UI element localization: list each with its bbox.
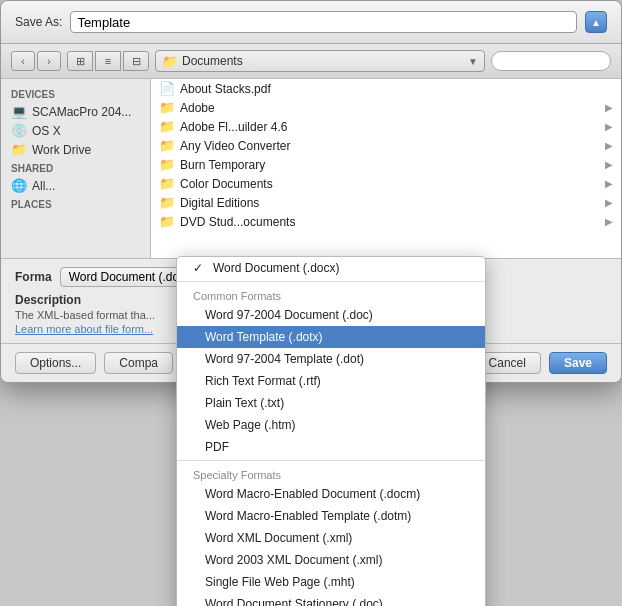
menu-item-label: Word Document (.docx) [213,261,340,275]
dropdown-arrow: ▼ [468,56,478,67]
list-item[interactable]: 📁 Any Video Converter ▶ [151,136,621,155]
sidebar: DEVICES 💻 SCAMacPro 204... 💿 OS X 📁 Work… [1,79,151,258]
menu-item-dotx[interactable]: Word Template (.dotx) [177,326,485,348]
list-item[interactable]: 📁 DVD Stud...ocuments ▶ [151,212,621,231]
folder-icon: 📁 [159,195,175,210]
menu-item-label: Word Template (.dotx) [205,330,323,344]
folder-icon: 📁 [159,100,175,115]
folder-icon: 📁 [159,157,175,172]
menu-item-label: Rich Text Format (.rtf) [205,374,321,383]
list-item[interactable]: 📄 About Stacks.pdf [151,79,621,98]
arrow-right-icon: ▶ [605,216,613,227]
file-name: DVD Stud...ocuments [180,215,295,229]
arrow-right-icon: ▶ [605,140,613,151]
network-icon: 🌐 [11,178,27,193]
folder-icon: 📁 [162,54,178,69]
list-item[interactable]: 📁 Burn Temporary ▶ [151,155,621,174]
file-name: Digital Editions [180,196,259,210]
file-name: About Stacks.pdf [180,82,271,96]
arrow-right-icon: ▶ [605,121,613,132]
menu-item-word-docx[interactable]: Word Document (.docx) [177,257,485,279]
pdf-icon: 📄 [159,81,175,96]
places-header: PLACES [1,195,150,212]
computer-icon: 💻 [11,104,27,119]
devices-header: DEVICES [1,85,150,102]
location-text: Documents [182,54,464,68]
file-name: Adobe [180,101,215,115]
common-formats-header: Common Formats [177,284,485,304]
arrow-right-icon: ▶ [605,159,613,170]
list-item[interactable]: 📁 Color Documents ▶ [151,174,621,193]
location-bar[interactable]: 📁 Documents ▼ [155,50,485,72]
menu-divider [177,281,485,282]
nav-bar: ‹ › ⊞ ≡ ⊟ 📁 Documents ▼ [1,44,621,79]
menu-item-label: Word 97-2004 Document (.doc) [205,308,373,322]
toolbar: Save As: ▲ [1,1,621,44]
compat-button[interactable]: Compa [104,352,173,374]
list-view-button[interactable]: ≡ [95,51,121,71]
search-input[interactable] [491,51,611,71]
sidebar-item-label: Work Drive [32,143,91,157]
arrow-right-icon: ▶ [605,197,613,208]
list-item[interactable]: 📁 Digital Editions ▶ [151,193,621,212]
menu-item-label: Word 97-2004 Template (.dot) [205,352,364,366]
content-area: DEVICES 💻 SCAMacPro 204... 💿 OS X 📁 Work… [1,79,621,259]
folder-icon: 📁 [159,176,175,191]
menu-item-dot[interactable]: Word 97-2004 Template (.dot) [177,348,485,370]
save-dialog: Save As: ▲ ‹ › ⊞ ≡ ⊟ 📁 Documents ▼ DEVIC… [0,0,622,383]
save-button[interactable]: Save [549,352,607,374]
format-dropdown-menu: Word Document (.docx) Common Formats Wor… [176,256,486,383]
sidebar-item-scamacpro[interactable]: 💻 SCAMacPro 204... [1,102,150,121]
sidebar-item-all[interactable]: 🌐 All... [1,176,150,195]
arrow-right-icon: ▶ [605,102,613,113]
view-buttons: ⊞ ≡ ⊟ [67,51,149,71]
save-as-label: Save As: [15,15,62,29]
save-as-input[interactable] [70,11,577,33]
folder-icon: 📁 [159,138,175,153]
disk-icon: 💿 [11,123,27,138]
menu-item-doc[interactable]: Word 97-2004 Document (.doc) [177,304,485,326]
nav-arrows: ‹ › [11,51,61,71]
folder-icon: 📁 [159,214,175,229]
file-list: 📄 About Stacks.pdf 📁 Adobe ▶ 📁 Adobe Fl.… [151,79,621,258]
folder-icon: 📁 [11,142,27,157]
sidebar-item-osx[interactable]: 💿 OS X [1,121,150,140]
back-button[interactable]: ‹ [11,51,35,71]
format-label: Forma [15,270,52,284]
sidebar-item-label: OS X [32,124,61,138]
options-button[interactable]: Options... [15,352,96,374]
list-item[interactable]: 📁 Adobe ▶ [151,98,621,117]
folder-icon: 📁 [159,119,175,134]
list-item[interactable]: 📁 Adobe Fl...uilder 4.6 ▶ [151,117,621,136]
icon-view-button[interactable]: ⊞ [67,51,93,71]
sidebar-item-label: SCAMacPro 204... [32,105,131,119]
forward-button[interactable]: › [37,51,61,71]
file-name: Color Documents [180,177,273,191]
file-name: Any Video Converter [180,139,291,153]
shared-header: SHARED [1,159,150,176]
sidebar-item-label: All... [32,179,55,193]
sidebar-item-workdrive[interactable]: 📁 Work Drive [1,140,150,159]
menu-item-rtf[interactable]: Rich Text Format (.rtf) [177,370,485,383]
expand-button[interactable]: ▲ [585,11,607,33]
file-name: Burn Temporary [180,158,265,172]
file-name: Adobe Fl...uilder 4.6 [180,120,287,134]
arrow-right-icon: ▶ [605,178,613,189]
column-view-button[interactable]: ⊟ [123,51,149,71]
